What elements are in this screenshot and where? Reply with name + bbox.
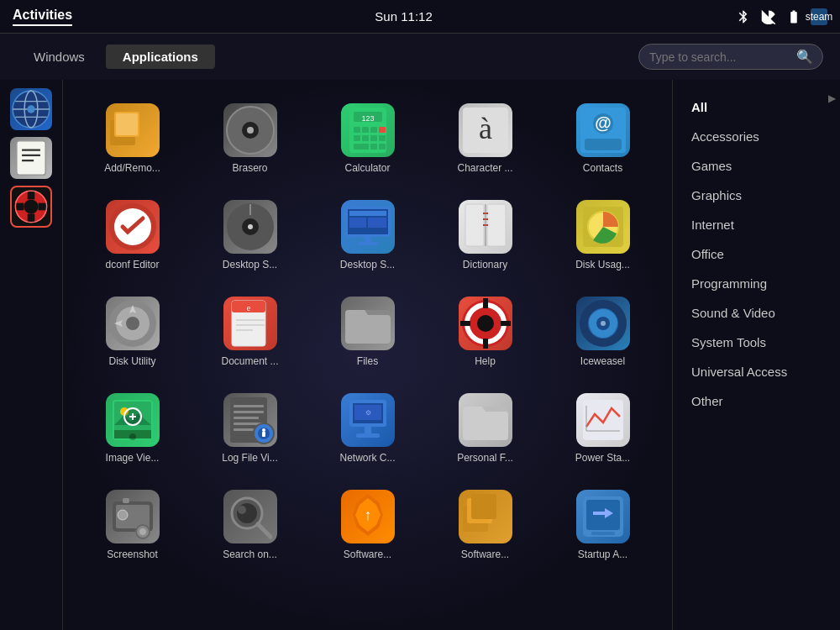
app-item-imageview[interactable]: Image Vie... xyxy=(80,386,185,470)
category-item-internet[interactable]: Internet xyxy=(681,210,832,239)
app-item-searchon[interactable]: Search on... xyxy=(197,483,302,567)
app-item-files[interactable]: Files xyxy=(315,290,420,374)
search-input[interactable] xyxy=(649,50,796,64)
svg-rect-95 xyxy=(234,428,254,431)
search-box: 🔍 xyxy=(638,44,823,70)
app-label-powerstat: Power Sta... xyxy=(575,452,630,464)
collapse-icon[interactable]: ▶ xyxy=(828,92,836,104)
svg-rect-103 xyxy=(356,433,380,438)
category-item-programming[interactable]: Programming xyxy=(681,269,832,298)
svg-rect-53 xyxy=(365,237,371,242)
app-label-brasero: Brasero xyxy=(232,162,267,174)
category-item-other[interactable]: Other xyxy=(681,386,832,416)
svg-point-65 xyxy=(126,317,139,330)
category-item-sound-video[interactable]: Sound & Video xyxy=(681,298,832,328)
app-label-dictionary: Dictionary xyxy=(463,259,507,270)
category-item-accessories[interactable]: Accessories xyxy=(681,122,832,151)
svg-text:à: à xyxy=(479,112,492,145)
network-icon[interactable] xyxy=(760,8,777,25)
svg-rect-54 xyxy=(358,242,378,245)
app-icon-desktops xyxy=(223,200,277,254)
app-icon-searchon xyxy=(223,490,277,543)
app-label-startupa: Startup A... xyxy=(578,549,627,560)
app-item-help[interactable]: Help xyxy=(433,290,538,374)
app-item-iceweasel[interactable]: Iceweasel xyxy=(550,290,655,374)
app-item-logfile[interactable]: Log File Vi... xyxy=(197,386,302,470)
app-icon-desktopset xyxy=(341,200,395,254)
app-item-network[interactable]: ⚙Network C... xyxy=(315,386,420,470)
app-icon-diskusage xyxy=(576,200,630,254)
app-icon-personalfs xyxy=(459,393,512,447)
app-item-document[interactable]: eDocument ... xyxy=(197,290,302,374)
app-item-softwareup[interactable]: Software... xyxy=(433,483,538,567)
app-icon-network: ⚙ xyxy=(341,393,395,447)
app-icon-contacts: @ xyxy=(576,103,630,157)
svg-rect-114 xyxy=(123,498,129,503)
app-icon-dconf xyxy=(106,200,160,254)
app-item-software[interactable]: ↑Software... xyxy=(315,483,420,567)
svg-rect-91 xyxy=(234,405,264,407)
activities-button[interactable]: Activities xyxy=(13,8,72,26)
app-item-personalfs[interactable]: Personal F... xyxy=(433,386,538,470)
bluetooth-icon[interactable] xyxy=(735,8,752,25)
category-item-system-tools[interactable]: System Tools xyxy=(681,328,832,357)
app-item-diskutil[interactable]: Disk Utility xyxy=(80,290,185,374)
svg-rect-35 xyxy=(370,144,377,150)
svg-point-83 xyxy=(601,321,606,326)
svg-rect-6 xyxy=(17,141,45,176)
svg-rect-78 xyxy=(460,321,470,326)
app-item-dconf[interactable]: dconf Editor xyxy=(80,193,185,277)
app-label-network: Network C... xyxy=(339,452,395,464)
category-item-graphics[interactable]: Graphics xyxy=(681,181,832,210)
app-item-brasero[interactable]: Brasero xyxy=(197,97,302,181)
steam-label: steam xyxy=(806,11,833,23)
svg-rect-56 xyxy=(487,204,506,246)
app-icon-software: ↑ xyxy=(341,490,395,543)
app-icon-addremove xyxy=(106,103,160,157)
svg-rect-99 xyxy=(262,432,265,437)
app-item-desktops[interactable]: Desktop S... xyxy=(197,193,302,277)
app-item-startupa[interactable]: Startup A... xyxy=(550,483,655,567)
app-item-diskusage[interactable]: Disk Usag... xyxy=(550,193,655,277)
app-item-powerstat[interactable]: Power Sta... xyxy=(550,386,655,470)
dock-item-browser[interactable] xyxy=(10,88,52,130)
category-item-universal-access[interactable]: Universal Access xyxy=(681,357,832,386)
clock: Sun 11:12 xyxy=(375,9,432,24)
svg-point-47 xyxy=(248,224,253,229)
category-item-games[interactable]: Games xyxy=(681,151,832,181)
app-item-calculator[interactable]: 123Calculator xyxy=(315,97,420,181)
app-label-softwareup: Software... xyxy=(461,549,509,560)
app-item-addremove[interactable]: Add/Remo... xyxy=(80,97,185,181)
steam-icon[interactable]: steam xyxy=(811,8,827,25)
main-area: Add/Remo...Brasero123CalculatoràCharacte… xyxy=(0,80,840,630)
dock-item-help[interactable] xyxy=(10,186,52,228)
svg-point-98 xyxy=(262,428,265,432)
svg-rect-93 xyxy=(234,417,259,419)
app-icon-document: e xyxy=(223,297,277,350)
app-label-diskusage: Disk Usag... xyxy=(575,259,630,270)
app-label-contacts: Contacts xyxy=(583,162,622,174)
battery-icon[interactable] xyxy=(785,8,802,25)
tab-windows[interactable]: Windows xyxy=(17,45,102,69)
svg-point-118 xyxy=(238,506,246,514)
tab-applications[interactable]: Applications xyxy=(106,45,215,69)
app-item-character[interactable]: àCharacter ... xyxy=(433,97,538,181)
app-label-document: Document ... xyxy=(221,355,278,367)
app-label-searchon: Search on... xyxy=(223,549,277,560)
topbar: Activities Sun 11:12 steam xyxy=(0,0,840,34)
svg-rect-31 xyxy=(362,135,369,141)
app-label-desktops: Desktop S... xyxy=(223,259,277,270)
app-label-calculator: Calculator xyxy=(344,162,390,174)
svg-rect-28 xyxy=(370,127,377,133)
app-item-dictionary[interactable]: Dictionary xyxy=(433,193,538,277)
category-item-office[interactable]: Office xyxy=(681,239,832,269)
svg-rect-51 xyxy=(349,218,366,228)
category-item-all[interactable]: All xyxy=(681,92,832,122)
svg-rect-55 xyxy=(465,204,484,246)
dock-item-editor[interactable] xyxy=(10,137,52,179)
app-label-screenshot: Screenshot xyxy=(107,549,158,560)
app-item-desktopset[interactable]: Desktop S... xyxy=(315,193,420,277)
app-item-contacts[interactable]: @Contacts xyxy=(550,97,655,181)
app-item-screenshot[interactable]: Screenshot xyxy=(80,483,185,567)
svg-point-5 xyxy=(27,105,34,113)
